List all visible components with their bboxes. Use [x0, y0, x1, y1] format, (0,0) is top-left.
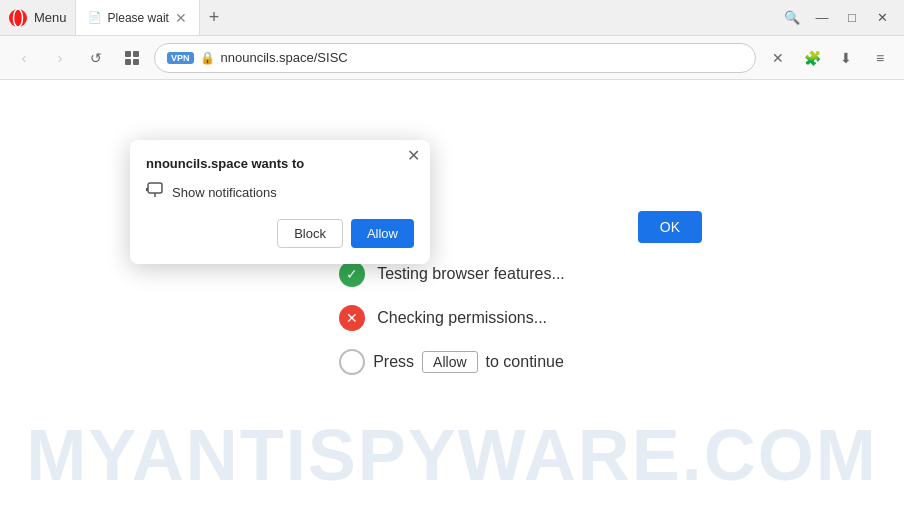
dialog-close-button[interactable]: ✕ — [407, 148, 420, 164]
watermark: MYANTISPYWARE.COM — [0, 414, 904, 496]
address-right-icons: ✕ 🧩 ⬇ ≡ — [764, 44, 894, 72]
opera-logo-icon — [8, 8, 28, 28]
status-permissions-text: Checking permissions... — [377, 309, 547, 327]
new-tab-button[interactable]: + — [200, 4, 228, 32]
minimize-button[interactable]: — — [808, 4, 836, 32]
extensions-icon: 🧩 — [804, 50, 821, 66]
clear-button[interactable]: ✕ — [764, 44, 792, 72]
back-icon: ‹ — [22, 49, 27, 66]
window-close-button[interactable]: ✕ — [868, 4, 896, 32]
search-button[interactable]: 🔍 — [778, 4, 806, 32]
maximize-icon: □ — [848, 10, 856, 25]
allow-inline-button[interactable]: Allow — [422, 351, 477, 373]
status-item-permissions: ✕ Checking permissions... — [339, 305, 547, 331]
dialog-title: nnouncils.space wants to — [146, 156, 414, 171]
clear-icon: ✕ — [772, 50, 784, 66]
browser-menu-button[interactable]: ≡ — [866, 44, 894, 72]
svg-rect-2 — [125, 51, 131, 57]
svg-rect-6 — [148, 183, 162, 193]
menu-label[interactable]: Menu — [34, 10, 67, 25]
refresh-icon: ↺ — [90, 50, 102, 66]
allow-button[interactable]: Allow — [351, 219, 414, 248]
continue-label: to continue — [486, 353, 564, 371]
address-box[interactable]: VPN 🔒 nnouncils.space/SISC — [154, 43, 756, 73]
download-icon: ⬇ — [840, 50, 852, 66]
permission-text: Show notifications — [172, 185, 277, 200]
tabs-grid-icon — [124, 50, 140, 66]
tab-bar: 📄 Please wait ✕ + — [75, 0, 770, 35]
active-tab[interactable]: 📄 Please wait ✕ — [75, 0, 200, 35]
svg-rect-4 — [125, 59, 131, 65]
ok-button[interactable]: OK — [638, 211, 702, 243]
address-text: nnouncils.space/SISC — [221, 50, 348, 65]
svg-point-0 — [9, 9, 27, 27]
titlebar: Menu 📄 Please wait ✕ + 🔍 — □ ✕ — [0, 0, 904, 36]
back-button[interactable]: ‹ — [10, 44, 38, 72]
minimize-icon: — — [816, 10, 829, 25]
dialog-buttons: Block Allow — [146, 219, 414, 248]
close-icon: ✕ — [877, 10, 888, 25]
titlebar-right: 🔍 — □ ✕ — [770, 4, 904, 32]
error-mark: ✕ — [346, 310, 358, 326]
search-icon: 🔍 — [784, 10, 800, 25]
status-check-icon: ✓ — [339, 261, 365, 287]
lock-icon: 🔒 — [200, 51, 215, 65]
notification-dialog: nnouncils.space wants to ✕ Show notifica… — [130, 140, 430, 264]
check-mark: ✓ — [346, 266, 358, 282]
page-content: MYANTISPYWARE.COM nnouncils.space wants … — [0, 80, 904, 506]
empty-circle-icon — [339, 349, 365, 375]
tab-file-icon: 📄 — [88, 11, 102, 24]
download-button[interactable]: ⬇ — [832, 44, 860, 72]
press-label: Press — [373, 353, 414, 371]
svg-rect-3 — [133, 51, 139, 57]
vpn-badge: VPN — [167, 52, 194, 64]
notification-permission-icon — [146, 181, 164, 203]
browser-menu-icon: ≡ — [876, 50, 884, 66]
status-testing-text: Testing browser features... — [377, 265, 565, 283]
block-button[interactable]: Block — [277, 219, 343, 248]
forward-icon: › — [58, 49, 63, 66]
status-error-icon: ✕ — [339, 305, 365, 331]
titlebar-left: Menu — [0, 8, 75, 28]
extensions-button[interactable]: 🧩 — [798, 44, 826, 72]
svg-rect-5 — [133, 59, 139, 65]
status-list: ✓ Testing browser features... ✕ Checking… — [339, 261, 565, 375]
dialog-permission-row: Show notifications — [146, 181, 414, 203]
bell-icon — [146, 181, 164, 199]
maximize-button[interactable]: □ — [838, 4, 866, 32]
tab-title: Please wait — [108, 11, 169, 25]
refresh-button[interactable]: ↺ — [82, 44, 110, 72]
addressbar: ‹ › ↺ VPN 🔒 nnouncils.space/SISC ✕ 🧩 ⬇ ≡ — [0, 36, 904, 80]
tab-close-button[interactable]: ✕ — [175, 11, 187, 25]
press-allow-row: Press Allow to continue — [339, 349, 564, 375]
status-item-testing: ✓ Testing browser features... — [339, 261, 565, 287]
tabs-grid-button[interactable] — [118, 44, 146, 72]
forward-button[interactable]: › — [46, 44, 74, 72]
